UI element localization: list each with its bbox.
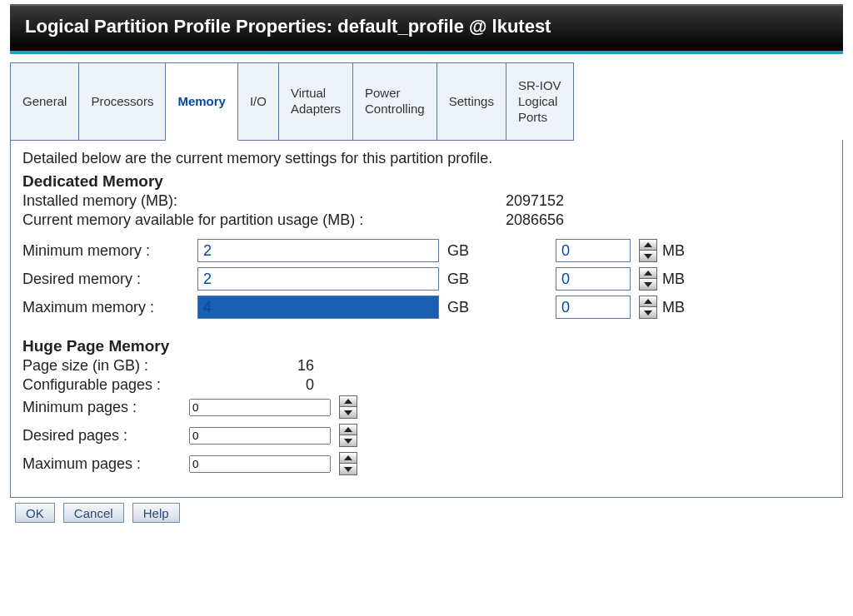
dialog-footer: OK Cancel Help xyxy=(10,503,843,523)
desired-pages-down[interactable] xyxy=(339,435,357,447)
maximum-pages-down[interactable] xyxy=(339,464,357,475)
chevron-up-icon xyxy=(644,242,652,247)
page-size-value: 16 xyxy=(214,357,314,375)
mb-unit-label: MB xyxy=(662,299,696,316)
tab-general[interactable]: General xyxy=(10,62,79,141)
desired-pages-input[interactable] xyxy=(189,427,331,445)
ok-button[interactable]: OK xyxy=(15,503,55,523)
chevron-down-icon xyxy=(344,439,352,444)
gb-unit-label: GB xyxy=(447,271,481,288)
gb-unit-label: GB xyxy=(447,299,481,316)
maximum-memory-mb-input[interactable] xyxy=(556,296,631,319)
chevron-up-icon xyxy=(344,399,352,404)
installed-memory-value: 2097152 xyxy=(506,192,564,210)
minimum-memory-mb-down[interactable] xyxy=(639,251,657,262)
dedicated-memory-heading: Dedicated Memory xyxy=(22,172,831,191)
maximum-pages-spinner xyxy=(339,452,357,475)
available-memory-value: 2086656 xyxy=(506,211,564,229)
mb-unit-label: MB xyxy=(662,242,696,260)
configurable-pages-value: 0 xyxy=(214,376,314,394)
desired-memory-gb-input[interactable] xyxy=(197,267,439,291)
minimum-pages-up[interactable] xyxy=(339,395,357,407)
maximum-memory-mb-up[interactable] xyxy=(639,296,657,307)
desired-memory-mb-up[interactable] xyxy=(639,267,657,279)
help-button[interactable]: Help xyxy=(132,503,180,523)
chevron-down-icon xyxy=(344,467,352,472)
configurable-pages-label: Configurable pages : xyxy=(22,376,214,394)
chevron-down-icon xyxy=(644,282,652,287)
maximum-memory-gb-input[interactable] xyxy=(197,296,439,319)
desired-memory-mb-spinner xyxy=(639,267,657,291)
chevron-up-icon xyxy=(344,427,352,432)
minimum-memory-mb-input[interactable] xyxy=(556,239,631,262)
chevron-down-icon xyxy=(644,310,652,315)
maximum-memory-mb-spinner xyxy=(639,296,657,319)
installed-memory-label: Installed memory (MB): xyxy=(22,192,506,210)
chevron-up-icon xyxy=(344,455,352,460)
minimum-memory-label: Minimum memory : xyxy=(22,242,197,260)
minimum-pages-label: Minimum pages : xyxy=(22,399,189,416)
tab-io[interactable]: I/O xyxy=(238,62,279,141)
maximum-memory-mb-down[interactable] xyxy=(639,307,657,319)
memory-intro: Detailed below are the current memory se… xyxy=(22,150,831,167)
minimum-pages-input[interactable] xyxy=(189,399,331,416)
chevron-down-icon xyxy=(644,254,652,259)
desired-memory-mb-down[interactable] xyxy=(639,279,657,291)
gb-unit-label: GB xyxy=(447,242,481,260)
desired-memory-mb-input[interactable] xyxy=(556,267,631,291)
memory-panel: Detailed below are the current memory se… xyxy=(10,140,843,498)
desired-pages-label: Desired pages : xyxy=(22,427,189,445)
page-size-label: Page size (in GB) : xyxy=(22,357,214,375)
maximum-memory-label: Maximum memory : xyxy=(22,299,197,316)
tab-sriov-logical-ports[interactable]: SR-IOV Logical Ports xyxy=(506,62,574,141)
mb-unit-label: MB xyxy=(662,271,696,288)
minimum-memory-gb-input[interactable] xyxy=(197,239,439,262)
desired-pages-up[interactable] xyxy=(339,424,357,435)
window-title: Logical Partition Profile Properties: de… xyxy=(10,4,843,54)
minimum-pages-down[interactable] xyxy=(339,407,357,419)
minimum-memory-mb-spinner xyxy=(639,239,657,262)
tab-memory[interactable]: Memory xyxy=(166,62,238,141)
chevron-up-icon xyxy=(644,271,652,276)
tab-processors[interactable]: Processors xyxy=(79,62,166,141)
minimum-pages-spinner xyxy=(339,395,357,419)
tab-virtual-adapters[interactable]: Virtual Adapters xyxy=(279,62,353,141)
maximum-pages-up[interactable] xyxy=(339,452,357,464)
maximum-pages-label: Maximum pages : xyxy=(22,455,189,473)
tab-power-controlling[interactable]: Power Controlling xyxy=(353,62,437,141)
cancel-button[interactable]: Cancel xyxy=(63,503,124,523)
tab-strip: General Processors Memory I/O Virtual Ad… xyxy=(10,62,843,141)
huge-page-memory-heading: Huge Page Memory xyxy=(22,337,831,355)
available-memory-label: Current memory available for partition u… xyxy=(22,211,506,229)
desired-pages-spinner xyxy=(339,424,357,447)
chevron-up-icon xyxy=(644,299,652,304)
maximum-pages-input[interactable] xyxy=(189,455,331,473)
chevron-down-icon xyxy=(344,410,352,415)
tab-settings[interactable]: Settings xyxy=(437,62,506,141)
minimum-memory-mb-up[interactable] xyxy=(639,239,657,251)
desired-memory-label: Desired memory : xyxy=(22,271,197,288)
